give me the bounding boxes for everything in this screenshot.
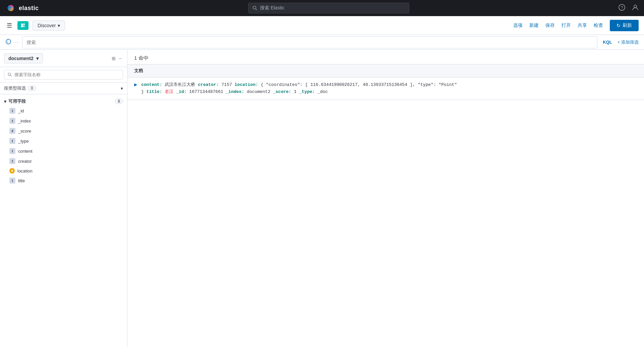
fields-section-header[interactable]: ▾ 可用字段 8 bbox=[0, 97, 127, 106]
refresh-label: 刷新 bbox=[623, 22, 632, 29]
index-dropdown-icon: ▾ bbox=[36, 56, 39, 61]
field-item-type[interactable]: t _type bbox=[0, 136, 127, 146]
fields-label: 可用字段 bbox=[8, 98, 26, 104]
expand-row-icon[interactable]: ▶ bbox=[134, 82, 137, 87]
field-name-creator: creator bbox=[18, 159, 32, 164]
field-label-title: title: bbox=[147, 89, 162, 94]
add-filter-button[interactable]: + 添加筛选 bbox=[618, 39, 639, 45]
svg-point-13 bbox=[8, 73, 11, 76]
open-link[interactable]: 打开 bbox=[561, 22, 571, 29]
field-type-badge-title: t bbox=[9, 178, 15, 184]
second-bar: ☰ 默 Discover ▾ 选项 新建 保存 打开 共享 检查 ↻ 刷新 bbox=[0, 16, 644, 35]
refresh-button[interactable]: ↻ 刷新 bbox=[610, 20, 639, 31]
field-item-creator[interactable]: t creator bbox=[0, 156, 127, 166]
hamburger-menu[interactable]: ☰ bbox=[5, 20, 13, 31]
result-line2-brace: } bbox=[141, 89, 147, 94]
fields-section: ▾ 可用字段 8 t _id t _index # _score t _type bbox=[0, 94, 127, 347]
field-type-badge-type: t bbox=[9, 138, 15, 144]
field-item-score[interactable]: # _score bbox=[0, 126, 127, 136]
index-selector: document2 ▾ ⊞ ← bbox=[0, 50, 127, 67]
field-type-badge-index: t bbox=[9, 118, 15, 124]
field-value-location: { "coordinates": [ 116.63441990026217, 4… bbox=[261, 82, 457, 87]
field-value-content: 武汉市长江大桥 bbox=[165, 82, 198, 87]
refresh-icon: ↻ bbox=[616, 23, 621, 28]
results-table-header: 文档 bbox=[127, 64, 644, 78]
fields-header-label: ▾ 可用字段 bbox=[4, 98, 26, 104]
field-label-location: location: bbox=[234, 82, 258, 87]
field-item-content[interactable]: t content bbox=[0, 146, 127, 156]
field-item-title[interactable]: t title bbox=[0, 176, 127, 186]
help-icon[interactable]: ? bbox=[619, 4, 625, 12]
field-value-id: 1677134487661 bbox=[189, 89, 226, 94]
field-search-input[interactable] bbox=[14, 72, 119, 77]
top-actions: 选项 新建 保存 打开 共享 检查 ↻ 刷新 bbox=[513, 20, 639, 31]
discover-button[interactable]: Discover ▾ bbox=[33, 20, 65, 31]
new-link[interactable]: 新建 bbox=[529, 22, 539, 29]
hit-label-text: 命中 bbox=[139, 55, 149, 61]
svg-line-7 bbox=[256, 9, 257, 10]
nav-icons: ? bbox=[619, 4, 639, 12]
field-type-badge-creator: t bbox=[9, 158, 15, 164]
field-type-badge-id: t bbox=[9, 108, 15, 114]
field-name-score: _score bbox=[18, 129, 31, 134]
type-filter-count: 0 bbox=[28, 86, 36, 91]
field-name-index: _index bbox=[18, 118, 31, 123]
result-content: content: 武汉市长江大桥 creator: 7157 location:… bbox=[141, 82, 637, 96]
global-search-placeholder: 搜索 Elastic bbox=[260, 5, 284, 11]
user-icon[interactable] bbox=[632, 4, 639, 12]
type-filter-chevron-icon: ▾ bbox=[121, 86, 123, 91]
field-search-input-wrapper[interactable] bbox=[4, 70, 123, 80]
field-label-id: _id: bbox=[176, 89, 186, 94]
field-item-id[interactable]: t _id bbox=[0, 106, 127, 116]
type-filter-text: 按类型筛选 bbox=[4, 85, 26, 91]
share-link[interactable]: 共享 bbox=[578, 22, 587, 29]
field-label-content: content: bbox=[141, 82, 162, 87]
global-search-input[interactable]: 搜索 Elastic bbox=[248, 3, 409, 13]
filter-bar: i — KQL + 添加筛选 bbox=[0, 35, 644, 50]
field-value-score: 1 bbox=[294, 89, 299, 94]
index-selector-button[interactable]: document2 ▾ bbox=[4, 53, 43, 63]
field-type-badge-location: ⊕ bbox=[9, 168, 15, 174]
content-area: 1 命中 文档 ▶ content: 武汉市长江大桥 creator: 7157… bbox=[127, 50, 644, 347]
elastic-logo: elastic bbox=[5, 3, 39, 13]
field-value-title: 老汉 bbox=[165, 89, 176, 94]
options-link[interactable]: 选项 bbox=[513, 22, 523, 29]
chevron-down-icon: ▾ bbox=[58, 23, 60, 28]
field-label-score: _score: bbox=[273, 89, 291, 94]
sidebar: document2 ▾ ⊞ ← 按类型筛选 0 ▾ bbox=[0, 50, 127, 347]
fields-count-badge: 8 bbox=[115, 99, 123, 104]
arrow-left-icon[interactable]: ← bbox=[118, 56, 123, 61]
type-filter[interactable]: 按类型筛选 0 ▾ bbox=[0, 83, 127, 94]
svg-point-10 bbox=[634, 5, 637, 8]
field-item-location[interactable]: ⊕ location bbox=[0, 166, 127, 176]
top-nav: elastic 搜索 Elastic ? bbox=[0, 0, 644, 16]
grid-icon[interactable]: ⊞ bbox=[112, 56, 116, 61]
field-item-index[interactable]: t _index bbox=[0, 116, 127, 126]
elastic-logo-icon bbox=[5, 3, 16, 13]
kql-badge[interactable]: KQL bbox=[600, 38, 614, 46]
field-name-id: _id bbox=[18, 108, 24, 113]
inspect-link[interactable]: 检查 bbox=[594, 22, 603, 29]
type-filter-label: 按类型筛选 0 bbox=[4, 85, 36, 91]
svg-point-5 bbox=[10, 5, 14, 11]
global-search-container: 搜索 Elastic bbox=[43, 3, 614, 13]
filter-separator: — bbox=[14, 39, 19, 45]
search-icon bbox=[253, 6, 257, 10]
filter-icon[interactable]: i bbox=[5, 39, 11, 46]
search-input-bar[interactable] bbox=[22, 36, 597, 48]
svg-line-14 bbox=[10, 75, 11, 76]
field-name-content: content bbox=[18, 149, 33, 154]
search-input[interactable] bbox=[26, 40, 593, 45]
field-name-title: title bbox=[18, 178, 25, 183]
elastic-brand-text: elastic bbox=[19, 5, 39, 12]
results-header: 1 命中 bbox=[127, 50, 644, 64]
hit-count: 1 bbox=[134, 55, 137, 61]
field-type-badge-score: # bbox=[9, 128, 15, 134]
index-name: document2 bbox=[8, 56, 34, 61]
table-row: ▶ content: 武汉市长江大桥 creator: 7157 locatio… bbox=[127, 78, 644, 100]
save-link[interactable]: 保存 bbox=[545, 22, 555, 29]
field-name-location: location bbox=[17, 168, 33, 174]
field-type-badge-content: t bbox=[9, 148, 15, 154]
field-value-type: _doc bbox=[317, 89, 328, 94]
discover-label: Discover bbox=[38, 23, 56, 28]
